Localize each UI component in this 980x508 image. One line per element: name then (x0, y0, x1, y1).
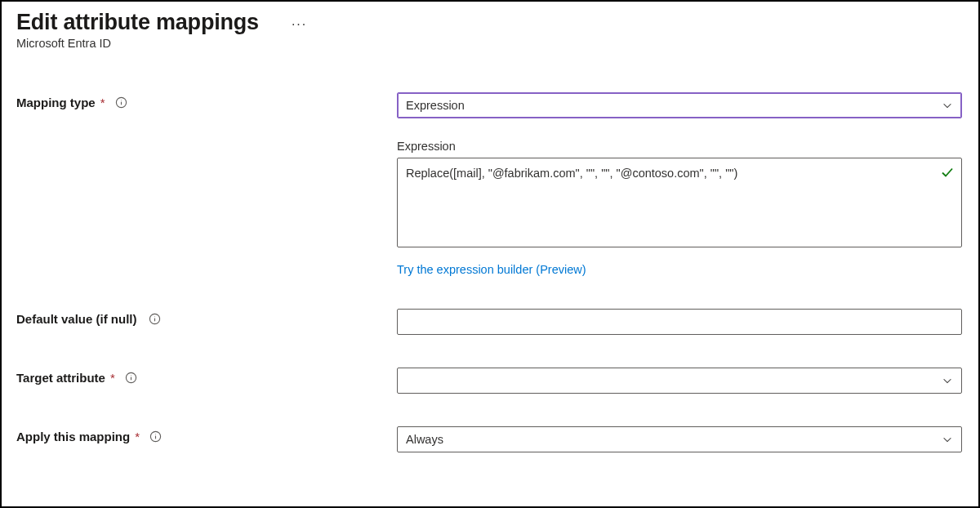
chevron-down-icon (942, 434, 953, 445)
mapping-type-value: Expression (406, 99, 465, 112)
check-icon (941, 166, 954, 179)
mapping-type-select[interactable]: Expression (397, 92, 962, 118)
required-indicator: * (110, 371, 115, 385)
mapping-type-label: Mapping type (16, 96, 96, 109)
info-icon[interactable] (115, 96, 127, 109)
svg-point-11 (155, 434, 156, 434)
page-subtitle: Microsoft Entra ID (16, 37, 964, 50)
info-icon[interactable] (149, 313, 161, 325)
more-actions-button[interactable]: ··· (285, 14, 314, 35)
svg-point-8 (131, 375, 131, 376)
expression-textarea[interactable] (397, 158, 962, 247)
apply-mapping-value: Always (406, 433, 443, 446)
svg-point-2 (121, 100, 122, 100)
info-icon[interactable] (125, 372, 137, 384)
default-value-label: Default value (if null) (16, 312, 137, 326)
target-attribute-label: Target attribute (16, 371, 105, 385)
apply-mapping-select[interactable]: Always (397, 426, 962, 452)
required-indicator: * (100, 96, 105, 109)
svg-point-5 (154, 316, 155, 317)
expression-builder-link[interactable]: Try the expression builder (Preview) (397, 263, 586, 276)
expression-label: Expression (397, 140, 962, 153)
apply-mapping-label: Apply this mapping (16, 430, 130, 443)
chevron-down-icon (942, 100, 953, 111)
default-value-input[interactable] (397, 309, 962, 335)
info-icon[interactable] (149, 430, 162, 443)
chevron-down-icon (942, 375, 953, 386)
target-attribute-select[interactable] (397, 368, 962, 394)
required-indicator: * (135, 430, 140, 443)
page-title: Edit attribute mappings (16, 10, 259, 35)
